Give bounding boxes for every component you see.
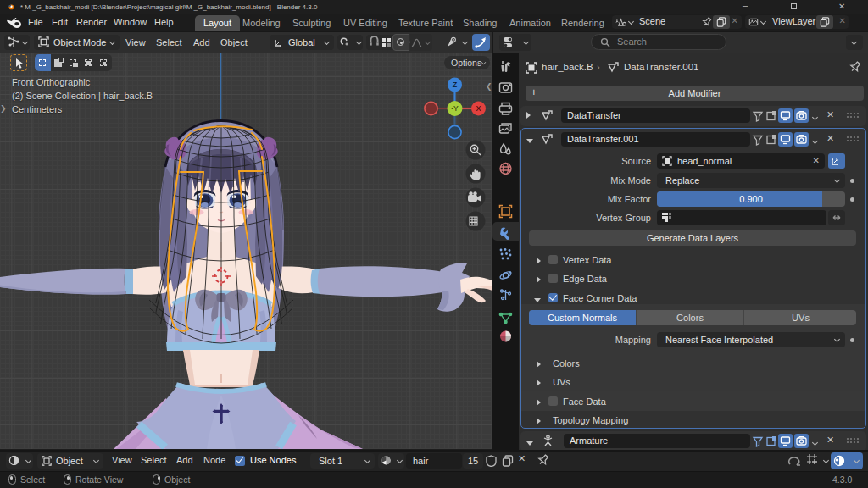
svg-text:Z: Z: [453, 80, 458, 89]
svg-text:X: X: [476, 104, 481, 113]
svg-text:-Y: -Y: [451, 104, 459, 113]
